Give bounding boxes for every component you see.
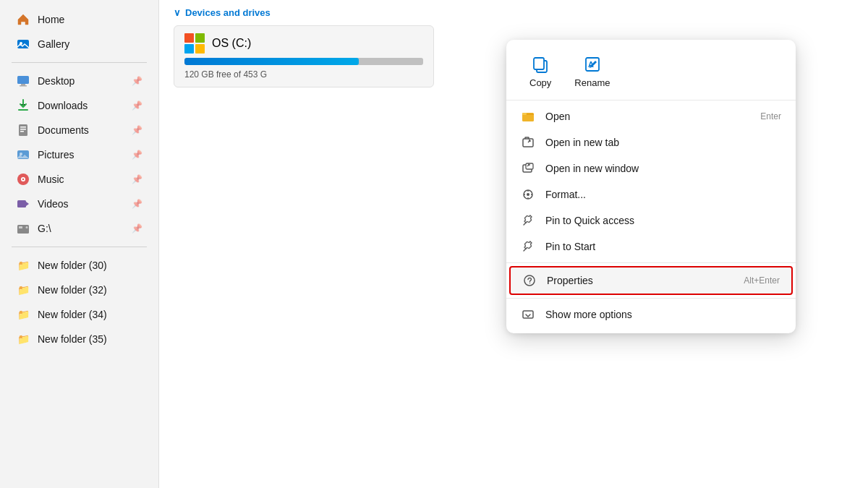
sidebar-item-folder-35-label: New folder (35) <box>38 333 107 345</box>
svg-rect-2 <box>17 76 29 84</box>
sidebar-item-folder-35[interactable]: 📁 New folder (35) <box>4 328 154 351</box>
sidebar-item-home-label: Home <box>38 14 64 25</box>
windows-logo <box>184 33 205 53</box>
context-action-copy[interactable]: Copy <box>518 50 563 93</box>
pin-start-label: Pin to Start <box>545 241 595 252</box>
context-menu-item-format[interactable]: Format... <box>506 181 796 207</box>
drive-info: 120 GB free of 453 G <box>184 69 423 80</box>
sidebar-item-folder-34-label: New folder (34) <box>38 309 107 320</box>
show-more-icon <box>521 307 535 322</box>
sidebar-item-downloads[interactable]: Downloads 📌 <box>4 94 154 117</box>
context-menu-item-open-window[interactable]: Open in new window <box>506 155 796 181</box>
open-label: Open <box>545 111 570 122</box>
pin-icon-music: 📌 <box>132 174 142 184</box>
properties-icon <box>522 273 537 288</box>
svg-rect-6 <box>19 124 27 136</box>
svg-point-30 <box>527 193 529 196</box>
sidebar-item-home[interactable]: Home <box>4 8 154 31</box>
open-tab-icon <box>521 135 535 150</box>
sidebar-item-documents[interactable]: Documents 📌 <box>4 119 154 142</box>
pin-quick-icon <box>521 213 535 228</box>
svg-rect-25 <box>522 113 527 115</box>
sidebar-item-folder-32[interactable]: 📁 New folder (32) <box>4 278 154 301</box>
devices-drives-header[interactable]: ∨ Devices and drives <box>174 7 854 18</box>
desktop-icon <box>16 74 30 88</box>
pin-icon-gdrive: 📌 <box>132 223 142 234</box>
sidebar-item-music[interactable]: Music 📌 <box>4 168 154 191</box>
sidebar-item-folder-34[interactable]: 📁 New folder (34) <box>4 303 154 326</box>
documents-icon <box>16 123 30 137</box>
sidebar-item-videos[interactable]: Videos 📌 <box>4 192 154 215</box>
context-menu-item-pin-quick[interactable]: Pin to Quick access <box>506 207 796 234</box>
sidebar-item-pictures[interactable]: Pictures 📌 <box>4 143 154 166</box>
sidebar-item-gallery[interactable]: Gallery <box>4 33 154 56</box>
context-menu-item-pin-start[interactable]: Pin to Start <box>506 234 796 260</box>
pin-quick-label: Pin to Quick access <box>545 215 634 226</box>
context-menu-item-open[interactable]: Open Enter <box>506 103 796 129</box>
sidebar-item-gdrive-label: G:\ <box>38 223 51 234</box>
sidebar-divider-1 <box>12 62 147 63</box>
sidebar-item-documents-label: Documents <box>38 124 89 136</box>
context-menu-divider-2 <box>506 298 796 299</box>
svg-rect-4 <box>20 85 27 87</box>
pin-icon-videos: 📌 <box>132 199 142 209</box>
svg-rect-17 <box>17 225 29 234</box>
chevron-icon: ∨ <box>174 7 181 18</box>
folder-34-icon: 📁 <box>16 307 30 322</box>
sidebar-item-folder-32-label: New folder (32) <box>38 284 107 296</box>
context-menu: Copy A Rename <box>506 40 796 333</box>
sidebar-item-pictures-label: Pictures <box>38 149 75 160</box>
properties-label: Properties <box>547 275 593 286</box>
open-window-icon <box>521 161 535 176</box>
sidebar-divider-2 <box>12 247 147 247</box>
svg-point-31 <box>524 275 535 286</box>
videos-icon <box>16 197 30 211</box>
svg-rect-15 <box>17 200 26 207</box>
pictures-icon <box>16 147 30 162</box>
copy-icon <box>530 54 550 74</box>
svg-point-32 <box>529 283 530 283</box>
context-menu-item-show-more[interactable]: Show more options <box>506 301 796 328</box>
context-menu-divider <box>506 262 796 263</box>
home-icon <box>16 12 30 27</box>
svg-rect-8 <box>20 129 26 130</box>
copy-label: Copy <box>529 77 551 88</box>
sidebar-item-folder-30-label: New folder (30) <box>38 260 107 271</box>
svg-rect-9 <box>20 131 24 132</box>
svg-rect-3 <box>21 84 25 85</box>
svg-rect-5 <box>18 109 28 111</box>
pin-icon-downloads: 📌 <box>132 100 142 111</box>
sidebar: Home Gallery Desktop 📌 Downloads 📌 <box>0 0 159 488</box>
rename-icon: A <box>582 54 603 74</box>
svg-marker-16 <box>26 202 29 206</box>
open-tab-label: Open in new tab <box>545 137 619 148</box>
drive-bar <box>184 58 423 65</box>
svg-point-19 <box>26 226 28 228</box>
drive-card-c[interactable]: OS (C:) 120 GB free of 453 G <box>174 25 434 87</box>
sidebar-item-folder-30[interactable]: 📁 New folder (30) <box>4 254 154 277</box>
pin-icon-desktop: 📌 <box>132 76 142 86</box>
context-menu-item-open-tab[interactable]: Open in new tab <box>506 129 796 155</box>
svg-rect-7 <box>20 127 26 128</box>
music-icon <box>16 172 30 187</box>
open-shortcut: Enter <box>760 111 781 121</box>
open-window-label: Open in new window <box>545 163 639 174</box>
drive-bar-fill <box>184 58 359 65</box>
context-action-rename[interactable]: A Rename <box>563 50 621 93</box>
rename-label: Rename <box>574 77 610 88</box>
show-more-label: Show more options <box>545 309 632 320</box>
gdrive-icon <box>16 221 30 236</box>
folder-35-icon: 📁 <box>16 332 30 346</box>
sidebar-item-downloads-label: Downloads <box>38 100 88 111</box>
downloads-icon <box>16 98 30 113</box>
sidebar-item-desktop[interactable]: Desktop 📌 <box>4 69 154 93</box>
folder-32-icon: 📁 <box>16 283 30 297</box>
gallery-icon <box>16 37 30 51</box>
sidebar-item-gdrive[interactable]: G:\ 📌 <box>4 217 154 240</box>
sidebar-item-gallery-label: Gallery <box>38 38 69 50</box>
drive-name: OS (C:) <box>212 37 251 50</box>
format-icon <box>521 187 535 202</box>
context-menu-item-properties[interactable]: Properties Alt+Enter <box>509 266 793 295</box>
folder-30-icon: 📁 <box>16 258 30 273</box>
sidebar-item-music-label: Music <box>38 174 64 185</box>
